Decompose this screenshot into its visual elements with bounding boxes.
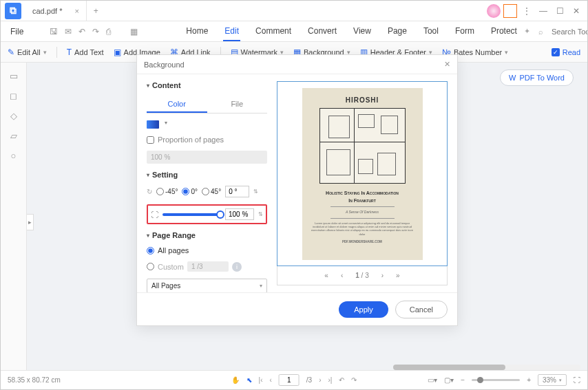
apply-button[interactable]: Apply <box>339 301 388 318</box>
mail-icon[interactable]: ✉ <box>65 27 72 36</box>
view-mode-icon[interactable]: ▢▾ <box>444 376 454 384</box>
zoom-level-select[interactable]: 33%▾ <box>538 374 567 386</box>
next-page-icon[interactable]: › <box>319 376 321 384</box>
text-icon: T <box>67 47 72 57</box>
tab-page[interactable]: Page <box>386 22 408 41</box>
rotate-degree-input[interactable] <box>225 186 249 197</box>
proportion-label: Proportion of pages <box>158 136 224 144</box>
preview-area: HIROSHI Holistic Staying In Accommodatio… <box>277 81 448 266</box>
save-icon[interactable]: 🖫 <box>50 27 58 36</box>
scale-percent-input[interactable] <box>225 208 254 220</box>
file-menu[interactable]: File <box>6 27 28 36</box>
rotate-0-radio[interactable] <box>182 188 189 195</box>
search-input[interactable] <box>552 28 588 36</box>
chevron-down-icon: ▾ <box>505 49 508 56</box>
content-section-header[interactable]: Content <box>147 81 267 89</box>
new-tab-button[interactable]: + <box>87 6 105 16</box>
background-dialog: Background ✕ Content Color File Proporti… <box>136 54 458 326</box>
redo-icon[interactable]: ↷ <box>92 27 99 36</box>
checkmark-icon: ✓ <box>552 48 560 56</box>
last-page-icon[interactable]: ›| <box>328 376 333 384</box>
pdf-to-word-button[interactable]: W PDF To Word <box>500 69 574 86</box>
preview-title: HIROSHI <box>346 96 379 104</box>
chevron-down-icon: ▾ <box>260 283 262 289</box>
kebab-menu-icon[interactable]: ⋮ <box>520 4 534 18</box>
color-subtab[interactable]: Color <box>147 96 207 113</box>
pager-first-icon[interactable]: « <box>324 272 328 279</box>
undo-icon[interactable]: ↶ <box>78 27 85 36</box>
tab-convert[interactable]: Convert <box>306 22 338 41</box>
tab-home[interactable]: Home <box>185 22 209 41</box>
select-tool-icon[interactable]: ⬉ <box>246 376 252 384</box>
fullscreen-icon[interactable]: ⛶ <box>574 376 580 384</box>
proportion-checkbox[interactable] <box>147 136 154 144</box>
color-swatch-picker[interactable] <box>147 120 159 129</box>
pager-last-icon[interactable]: » <box>396 272 400 279</box>
pager-prev-icon[interactable]: ‹ <box>341 272 343 279</box>
setting-section-header[interactable]: Setting <box>147 171 267 179</box>
expand-panel-icon[interactable]: ▸ <box>27 214 34 230</box>
scale-slider[interactable] <box>162 213 221 216</box>
custom-range-input <box>187 261 229 272</box>
page-total: /3 <box>306 376 312 384</box>
rotate-left-icon[interactable]: ↶ <box>339 376 344 384</box>
minimize-icon[interactable]: — <box>536 4 550 18</box>
app-menu-icon[interactable]: ▦ <box>130 27 138 36</box>
tab-edit[interactable]: Edit <box>223 22 240 41</box>
preview-footer: PDF.WONDERSHARE.COM <box>342 240 382 244</box>
first-page-icon[interactable]: |‹ <box>259 376 263 384</box>
all-pages-radio[interactable] <box>147 247 154 254</box>
chevron-down-icon: ▾ <box>43 49 47 56</box>
stepper-icon[interactable]: ⇅ <box>253 188 258 195</box>
attachment-icon[interactable]: ▱ <box>10 131 17 141</box>
maximize-icon[interactable]: ☐ <box>553 4 567 18</box>
page-subset-select[interactable]: All Pages ▾ <box>147 279 267 292</box>
add-text-button[interactable]: TAdd Text <box>67 47 104 57</box>
rotate-right-icon[interactable]: ↷ <box>351 376 357 384</box>
tab-protect[interactable]: Protect <box>490 22 518 41</box>
file-subtab[interactable]: File <box>207 96 268 113</box>
hand-tool-icon[interactable]: ✋ <box>231 376 240 384</box>
close-window-icon[interactable]: ✕ <box>569 4 583 18</box>
horizontal-scrollbar[interactable] <box>393 365 580 370</box>
bookmark-icon[interactable]: ◻ <box>10 91 17 101</box>
thumbnail-icon[interactable]: ▭ <box>10 71 18 81</box>
read-toggle[interactable]: ✓Read <box>552 48 580 56</box>
fit-width-icon[interactable]: ▭▾ <box>428 376 437 384</box>
wand-icon[interactable]: ✦ <box>524 27 530 36</box>
tab-comment[interactable]: Comment <box>254 22 293 41</box>
edit-all-button[interactable]: ✎Edit All▾ <box>8 47 47 57</box>
cancel-button[interactable]: Cancel <box>395 301 448 318</box>
pencil-icon: ✎ <box>8 47 14 57</box>
image-icon: ▣ <box>114 47 121 57</box>
tab-tool[interactable]: Tool <box>422 22 440 41</box>
pager-next-icon[interactable]: › <box>381 272 384 279</box>
tab-view[interactable]: View <box>352 22 372 41</box>
page-range-section-header[interactable]: Page Range <box>147 231 267 239</box>
page-number-input[interactable] <box>279 374 300 386</box>
document-tab[interactable]: cad.pdf * × <box>25 1 87 21</box>
custom-range-radio[interactable] <box>147 263 154 270</box>
rotate-45-radio[interactable] <box>202 188 209 195</box>
layers-icon[interactable]: ◇ <box>10 111 17 121</box>
rotate-neg45-radio[interactable] <box>156 188 164 195</box>
stepper-icon[interactable]: ⇅ <box>258 211 263 217</box>
proportion-value-field: 100 % <box>147 151 267 164</box>
prev-page-icon[interactable]: ‹ <box>269 376 271 384</box>
search-panel-icon[interactable]: ○ <box>11 151 17 161</box>
close-tab-icon[interactable]: × <box>74 7 78 15</box>
preview-subtitle-1: Holistic Staying In Accommodation <box>326 191 399 195</box>
zoom-out-icon[interactable]: − <box>461 376 465 384</box>
tab-title: cad.pdf * <box>32 7 62 15</box>
print-icon[interactable]: ⎙ <box>106 27 111 36</box>
tab-form[interactable]: Form <box>454 22 476 41</box>
dialog-close-icon[interactable]: ✕ <box>444 60 450 69</box>
zoom-in-icon[interactable]: + <box>527 376 531 384</box>
info-icon[interactable]: i <box>232 262 242 272</box>
zoom-slider[interactable] <box>472 379 520 381</box>
floorplan-image <box>319 108 406 184</box>
account-icon[interactable] <box>487 4 501 18</box>
slider-thumb[interactable] <box>216 210 224 219</box>
preview-tagline: A Sense Of Darkness <box>346 210 379 215</box>
notification-icon[interactable] <box>503 4 517 18</box>
